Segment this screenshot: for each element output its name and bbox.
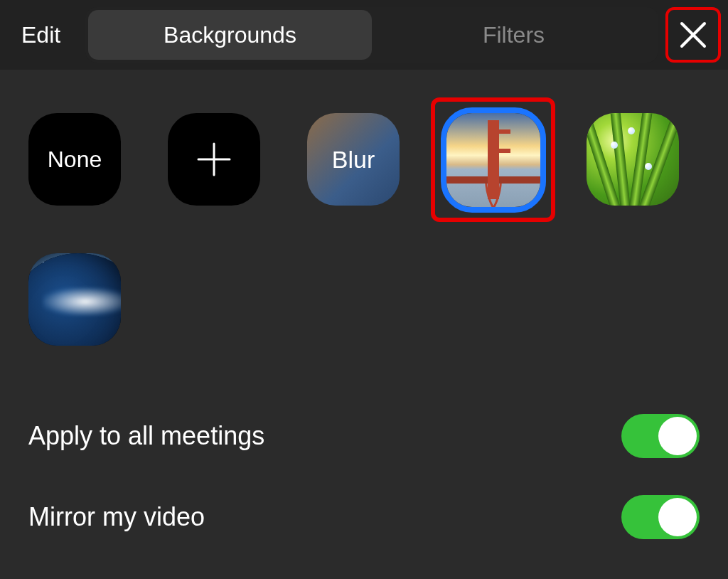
close-icon [678, 19, 709, 51]
background-option-bridge[interactable] [441, 107, 546, 213]
none-label: None [48, 147, 102, 173]
tabs-segmented-control: Backgrounds Filters [85, 7, 658, 63]
edit-title: Edit [21, 22, 78, 48]
background-option-add[interactable] [168, 113, 260, 206]
mirror-video-toggle[interactable] [621, 495, 700, 539]
setting-apply-all: Apply to all meetings [28, 395, 700, 477]
toggle-knob [658, 498, 697, 536]
background-option-grass[interactable] [587, 113, 679, 206]
tab-filters[interactable]: Filters [372, 10, 655, 60]
blur-label: Blur [332, 146, 375, 174]
plus-icon [194, 139, 234, 179]
tab-backgrounds[interactable]: Backgrounds [88, 10, 372, 60]
background-option-blur[interactable]: Blur [307, 113, 400, 206]
mirror-video-label: Mirror my video [28, 502, 205, 532]
apply-all-label: Apply to all meetings [28, 421, 264, 451]
background-option-space[interactable] [28, 253, 121, 346]
backgrounds-grid: None Blur [0, 70, 728, 367]
setting-mirror-video: Mirror my video [28, 477, 700, 558]
header-bar: Edit Backgrounds Filters [0, 0, 728, 70]
apply-all-toggle[interactable] [621, 414, 700, 458]
toggle-knob [658, 417, 697, 455]
close-button[interactable] [665, 7, 721, 63]
background-option-none[interactable]: None [28, 113, 121, 206]
highlight-box [431, 97, 555, 222]
settings-list: Apply to all meetings Mirror my video [0, 367, 728, 558]
